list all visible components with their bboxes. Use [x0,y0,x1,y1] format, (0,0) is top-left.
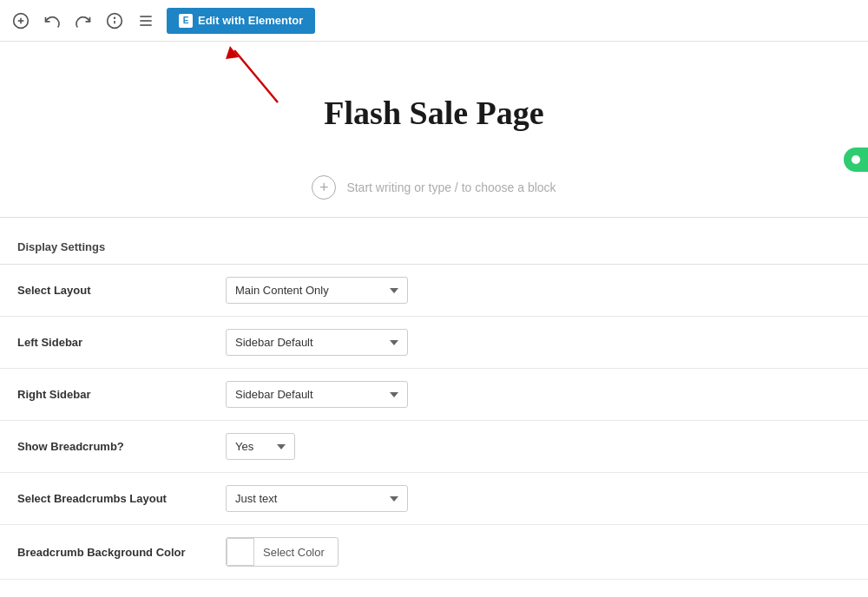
show-breadcrumb-row: Show Breadcrumb? Yes No [0,421,868,473]
breadcrumb-bg-color-label: Breadcrumb Background Color [17,546,208,559]
breadcrumb-bg-color-row: Breadcrumb Background Color Select Color [0,525,868,580]
toolbar: E Edit with Elementor [0,0,868,42]
elementor-e-icon: E [179,14,193,28]
menu-icon[interactable] [135,10,156,31]
right-sidebar-label: Right Sidebar [17,388,208,401]
add-block-placeholder: Start writing or type / to choose a bloc… [346,180,556,194]
edit-elementor-button[interactable]: E Edit with Elementor [167,8,315,34]
breadcrumbs-layout-dropdown[interactable]: Just text Arrow Slash Bullet [226,485,408,512]
select-layout-row: Select Layout Main Content Only Left Sid… [0,265,868,317]
redo-icon[interactable] [73,10,94,31]
select-layout-dropdown[interactable]: Main Content Only Left Sidebar Right Sid… [226,277,408,304]
show-breadcrumb-label: Show Breadcrumb? [17,440,208,453]
page-title-section: Flash Sale Page [0,76,868,167]
display-settings-section: Display Settings Select Layout Main Cont… [0,226,868,580]
add-block-icon[interactable]: + [312,175,336,200]
left-sidebar-label: Left Sidebar [17,336,208,349]
add-block-row: + Start writing or type / to choose a bl… [0,175,868,200]
page-title: Flash Sale Page [0,94,868,132]
breadcrumb-bg-color-control: Select Color [226,537,851,567]
color-swatch [227,538,254,566]
breadcrumbs-layout-control: Just text Arrow Slash Bullet [226,485,851,512]
section-divider [0,217,868,218]
left-sidebar-control: Sidebar Default Sidebar Left None [226,329,851,356]
edit-elementor-label: Edit with Elementor [198,14,303,27]
breadcrumbs-layout-row: Select Breadcrumbs Layout Just text Arro… [0,473,868,525]
floating-bubble[interactable] [844,148,868,172]
left-sidebar-row: Left Sidebar Sidebar Default Sidebar Lef… [0,317,868,369]
right-sidebar-control: Sidebar Default Sidebar Right None [226,381,851,408]
select-layout-label: Select Layout [17,284,208,297]
right-sidebar-dropdown[interactable]: Sidebar Default Sidebar Right None [226,381,408,408]
undo-icon[interactable] [42,10,62,31]
right-sidebar-row: Right Sidebar Sidebar Default Sidebar Ri… [0,369,868,421]
color-picker-button[interactable]: Select Color [226,537,339,567]
svg-marker-10 [226,46,239,59]
select-layout-control: Main Content Only Left Sidebar Right Sid… [226,277,851,304]
left-sidebar-dropdown[interactable]: Sidebar Default Sidebar Left None [226,329,408,356]
svg-point-11 [852,155,860,164]
add-icon[interactable] [10,10,31,31]
show-breadcrumb-control: Yes No [226,433,851,460]
color-picker-label: Select Color [254,546,333,559]
show-breadcrumb-dropdown[interactable]: Yes No [226,433,295,460]
main-content-area: Flash Sale Page + Start writing or type … [0,42,868,597]
settings-header: Display Settings [0,226,868,265]
breadcrumbs-layout-label: Select Breadcrumbs Layout [17,492,208,505]
info-icon[interactable] [104,10,125,31]
